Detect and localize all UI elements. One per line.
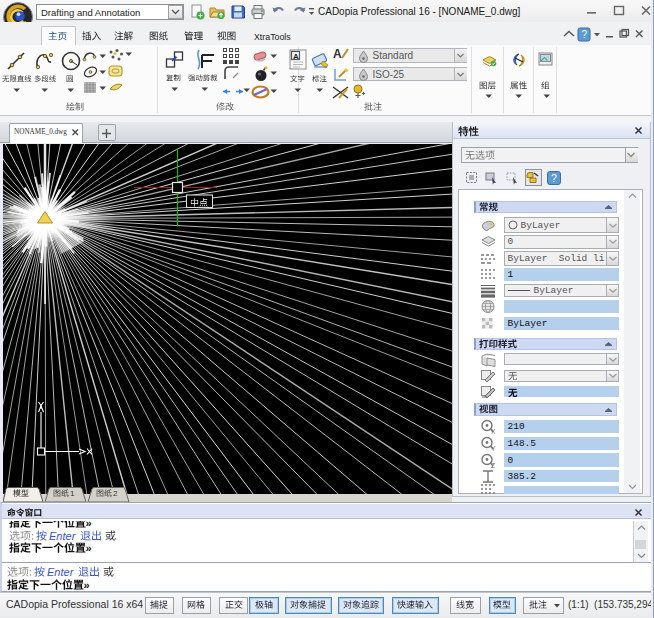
svg-text:?: ? (582, 29, 588, 40)
svg-text:A: A (333, 47, 342, 61)
svg-text:Z: Z (491, 461, 495, 468)
svg-text:X: X (491, 428, 496, 435)
svg-text:Y: Y (491, 444, 496, 451)
svg-text:A: A (293, 52, 299, 61)
svg-text:?: ? (551, 172, 557, 184)
